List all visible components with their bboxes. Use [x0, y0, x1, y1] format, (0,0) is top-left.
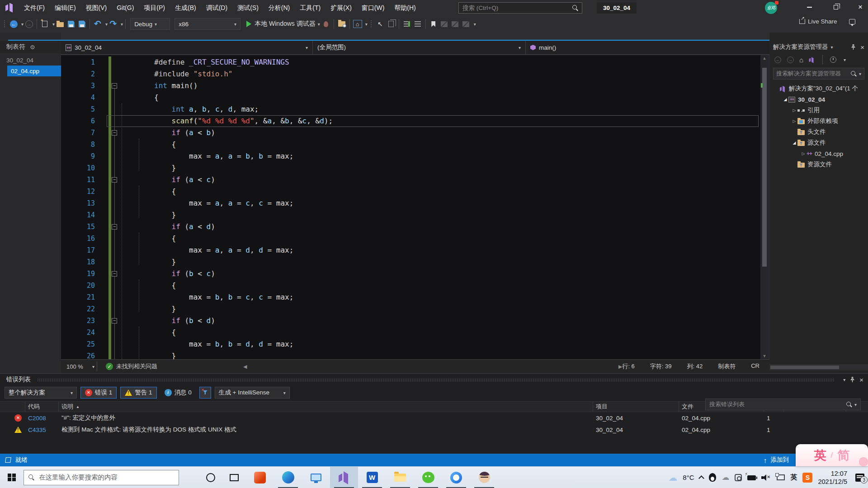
menu-item[interactable]: 窗口(W)	[357, 2, 390, 14]
live-share-button[interactable]: Live Share	[799, 18, 855, 25]
menu-item[interactable]: 帮助(H)	[389, 2, 420, 14]
solution-explorer-hscrollbar[interactable]	[769, 364, 868, 371]
expanded-icon[interactable]: ◢	[782, 97, 788, 102]
toolbar-overflow-icon[interactable]: ▾	[474, 22, 476, 27]
tree-item[interactable]: ▷外部依赖项	[769, 116, 868, 127]
close-icon[interactable]: ×	[859, 376, 863, 384]
taskbar-app-file-explorer[interactable]	[386, 467, 414, 488]
code-line[interactable]: 5 int a, b, c, d, max;	[61, 103, 760, 115]
error-scope-select[interactable]: 整个解决方案 ▾	[5, 387, 77, 399]
taskbar-app-tencent[interactable]	[442, 467, 470, 488]
type-scope-dropdown[interactable]: (全局范围) ▾	[313, 41, 526, 54]
task-view-button[interactable]	[222, 467, 246, 488]
tree-item[interactable]: 资源文件	[769, 159, 868, 170]
scroll-down-icon[interactable]: ▼	[760, 353, 769, 359]
close-button[interactable]: ×	[850, 0, 868, 14]
navigate-back-button[interactable]: ←	[9, 18, 19, 30]
collapsed-icon[interactable]: ▷	[791, 119, 797, 123]
action-center-button[interactable]: 3	[855, 474, 864, 482]
code-line[interactable]: 17 max = a, a = d, d = max;	[61, 244, 760, 256]
project-scope-dropdown[interactable]: ++ 30_02_04 ▾	[61, 41, 313, 54]
ime-mode-indicator[interactable]: 英	[790, 473, 797, 482]
cloud-tray-icon[interactable]: ☁	[722, 473, 729, 482]
tree-item[interactable]: ◢++30_02_04	[769, 94, 868, 105]
next-bookmark-button[interactable]	[450, 18, 460, 30]
code-line[interactable]: 16 {	[61, 233, 760, 244]
quick-search-input[interactable]: 搜索 (Ctrl+Q)	[458, 2, 582, 14]
clear-filter-button[interactable]	[199, 387, 211, 399]
scrollbar-thumb[interactable]	[770, 366, 839, 369]
char-indicator[interactable]: 字符: 39	[650, 362, 672, 371]
solution-platform-select[interactable]: x86▾	[175, 18, 241, 30]
menu-item[interactable]: Git(G)	[112, 2, 139, 14]
code-line[interactable]: 2#include "stdio.h"	[61, 68, 760, 80]
drag-handle[interactable]	[37, 378, 835, 381]
code-line[interactable]: 3int main()	[61, 80, 760, 92]
start-button[interactable]	[0, 467, 24, 488]
error-source-select[interactable]: 生成 + IntelliSense ▾	[215, 387, 290, 399]
code-line[interactable]: 22 }	[61, 303, 760, 315]
fold-collapse-icon[interactable]: −	[112, 318, 117, 324]
volume-muted-icon[interactable]	[761, 474, 771, 481]
redo-dropdown-icon[interactable]: ▾	[121, 22, 123, 27]
chevron-down-icon[interactable]: ▾	[843, 377, 845, 382]
zoom-dropdown-icon[interactable]: ▾	[92, 364, 94, 369]
toolbar-grip[interactable]	[370, 20, 372, 28]
code-line[interactable]: 18 }	[61, 256, 760, 268]
severity-column[interactable]	[0, 402, 25, 412]
error-list-header[interactable]: 错误列表 ▾ ×	[0, 374, 868, 385]
save-all-button[interactable]	[77, 18, 87, 30]
home-icon[interactable]: ⌂	[799, 56, 803, 64]
fold-collapse-icon[interactable]: −	[112, 271, 117, 277]
code-line[interactable]: 7 if (a < b)	[61, 127, 760, 139]
arrow-up-icon[interactable]: ↑	[764, 456, 767, 464]
code-line[interactable]: 26 }	[61, 350, 760, 359]
taskbar-app-word[interactable]: W	[358, 467, 386, 488]
collapsed-icon[interactable]: ▷	[800, 151, 807, 156]
tree-item[interactable]: ◢源文件	[769, 137, 868, 148]
solution-explorer-header[interactable]: 解决方案资源管理器 ▾ ×	[769, 41, 868, 53]
prev-bookmark-button[interactable]	[439, 18, 449, 30]
pin-icon[interactable]	[851, 44, 856, 50]
menu-item[interactable]: 调试(D)	[201, 2, 232, 14]
new-project-button[interactable]	[40, 18, 50, 30]
zoom-level-value[interactable]: 100 %	[66, 363, 90, 370]
member-dropdown[interactable]: main()	[526, 41, 769, 54]
scrollbar-thumb[interactable]	[762, 68, 767, 267]
description-column[interactable]: 说明▲	[59, 402, 593, 412]
code-line[interactable]: 1#define _CRT_SECURE_NO_WARNINGS	[61, 56, 760, 68]
chevron-down-icon[interactable]: ▾	[859, 71, 861, 76]
tree-item[interactable]: ▷引用	[769, 105, 868, 116]
pin-icon[interactable]	[850, 377, 855, 382]
taskbar-app-office[interactable]	[246, 467, 274, 488]
undo-button[interactable]: ↶	[93, 18, 103, 30]
code-line[interactable]: 13 max = a, a = c, c = max;	[61, 197, 760, 209]
add-to-source-control-button[interactable]: 添加到	[771, 456, 789, 464]
minimize-button[interactable]	[799, 0, 820, 14]
scroll-up-icon[interactable]: ▲	[760, 55, 769, 61]
taskbar-app-edge[interactable]	[274, 467, 302, 488]
menu-item[interactable]: 分析(N)	[264, 2, 295, 14]
tab-group-label[interactable]: 30_02_04	[0, 53, 61, 66]
fold-collapse-icon[interactable]: −	[112, 177, 117, 183]
error-code-link[interactable]: C2008	[25, 412, 59, 424]
cortana-button[interactable]	[199, 467, 222, 488]
new-dropdown-icon[interactable]: ▾	[52, 22, 55, 27]
error-list-row[interactable]: ✕C2008"#": 宏定义中的意外30_02_0402_04.cpp1	[0, 412, 868, 424]
clock[interactable]: 12:07 2021/12/5	[818, 469, 847, 486]
chevron-down-icon[interactable]: ▾	[365, 22, 368, 27]
code-line[interactable]: 12 {	[61, 186, 760, 197]
restore-button[interactable]	[826, 0, 846, 14]
solution-explorer-home-button[interactable]: ⌂	[353, 18, 363, 30]
navigate-forward-button[interactable]: →	[24, 18, 34, 30]
code-line[interactable]: 9 max = a, a = b, b = max;	[61, 150, 760, 162]
network-icon[interactable]	[777, 474, 785, 480]
line-help-button[interactable]	[413, 18, 423, 30]
hscroll-left-icon[interactable]: ◀	[243, 364, 247, 370]
menu-item[interactable]: 工具(T)	[295, 2, 326, 14]
taskbar-app-remote-desktop[interactable]	[302, 467, 330, 488]
taskbar-search-input[interactable]: 在这里输入你要搜索的内容	[24, 470, 179, 485]
chevron-down-icon[interactable]: ▾	[844, 57, 846, 62]
start-debugging-button[interactable]: 本地 Windows 调试器 ▾	[246, 18, 320, 30]
active-document-tab[interactable]: 02_04.cpp	[7, 66, 61, 76]
